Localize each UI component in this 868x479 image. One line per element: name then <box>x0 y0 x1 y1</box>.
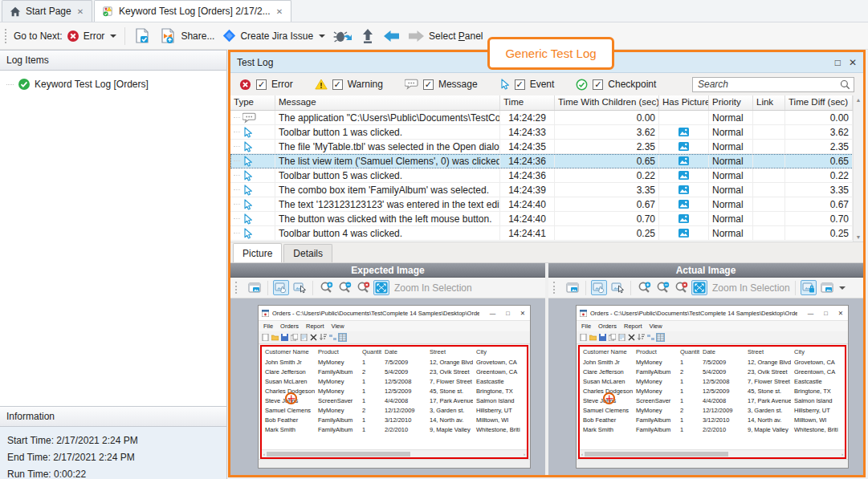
zoom-reset-button[interactable] <box>355 280 371 295</box>
synchronize-views-button[interactable] <box>801 280 817 295</box>
column-header-priority[interactable]: Priority <box>709 95 753 110</box>
run-time: Run Time: 0:00:22 <box>7 466 226 479</box>
pan-mode-button[interactable] <box>591 280 607 295</box>
tree-item-keyword-test-log[interactable]: Keyword Test Log [Orders] <box>0 76 226 92</box>
log-row[interactable]: Toolbar button 1 was clicked.14:24:333.6… <box>230 125 863 140</box>
time-diff-cell: 0.70 <box>785 212 853 225</box>
zoom-to-fit-button[interactable] <box>373 280 389 295</box>
orders-cell: 1 <box>677 397 699 404</box>
close-icon[interactable]: ✕ <box>76 7 84 16</box>
scroll-up-icon[interactable]: ▲ <box>856 97 862 103</box>
export-report-button[interactable] <box>129 25 155 47</box>
post-defect-button[interactable] <box>329 26 357 47</box>
tab-start-page[interactable]: Start Page ✕ <box>2 0 92 22</box>
time-diff-cell: 3.62 <box>785 125 853 139</box>
zoom-to-fit-button[interactable] <box>691 280 707 295</box>
scroll-down-icon[interactable]: ▼ <box>856 234 862 240</box>
column-header-has-picture[interactable]: Has Picture <box>659 95 709 110</box>
zoom-out-button[interactable] <box>654 280 670 295</box>
zoom-out-button[interactable] <box>336 280 352 295</box>
open-in-picture-viewer-button[interactable] <box>247 280 263 295</box>
orders-cell: 45, Stone st. <box>744 388 791 395</box>
picture-icon <box>679 214 689 223</box>
toolbar-grip[interactable] <box>235 282 239 294</box>
chevron-down-icon[interactable] <box>839 286 846 290</box>
link-cell <box>753 140 785 153</box>
orders-cell: Bringtone, TX <box>791 388 844 395</box>
back-button[interactable] <box>379 27 404 45</box>
image-compare-area: Expected ImageZoom In SelectionOrders - … <box>230 263 863 475</box>
orders-row: Mark SmithFamilyAlbum12/2/20109, Maple V… <box>262 424 527 434</box>
log-row[interactable]: The combo box item 'FamilyAlbum' was sel… <box>230 183 863 197</box>
orders-cell: FamilyAlbum <box>633 416 677 424</box>
log-type-cell <box>230 226 275 240</box>
go-to-parent-button[interactable] <box>357 26 379 47</box>
select-mode-button[interactable] <box>291 280 308 295</box>
filter-label: Error <box>271 79 293 90</box>
toolbar-grip[interactable] <box>553 282 557 294</box>
go-to-next-error-dropdown[interactable]: Error <box>63 27 121 45</box>
time-with-children-cell: 0.67 <box>555 197 659 211</box>
log-time-cell: 14:24:40 <box>500 212 555 225</box>
log-message-cell: Toolbar button 4 was clicked. <box>275 226 500 240</box>
filter-event-checkbox[interactable]: ✓ <box>515 79 525 90</box>
orders-cell: 23, Ovik Street <box>426 368 473 375</box>
search-icon[interactable] <box>840 79 850 90</box>
share-button[interactable]: Share... <box>155 25 218 47</box>
filter-event: ✓Event <box>499 79 555 90</box>
view-tab-picture[interactable]: Picture <box>233 243 282 262</box>
column-header-type[interactable]: Type <box>230 95 275 110</box>
log-row[interactable]: Toolbar button 4 was clicked.14:24:410.2… <box>230 226 863 241</box>
grid-vertical-scrollbar[interactable]: ▲ ▼ <box>853 95 863 242</box>
filter-warning-checkbox[interactable]: ✓ <box>332 79 343 90</box>
toolbar-grip[interactable] <box>5 29 9 43</box>
column-header-time-diff-sec-[interactable]: Time Diff (sec) <box>785 95 853 110</box>
log-row[interactable]: The file 'MyTable.tbl' was selected in t… <box>230 140 863 154</box>
tab-keyword-test-log[interactable]: Keyword Test Log [Orders] 2/17/2... ✕ <box>94 0 291 22</box>
column-header-link[interactable]: Link <box>753 95 785 110</box>
orders-toolbar <box>577 331 848 344</box>
log-items-tree: Keyword Test Log [Orders] <box>0 71 226 406</box>
column-header-message[interactable]: Message <box>275 95 500 110</box>
close-icon[interactable]: ✕ <box>275 7 283 16</box>
pan-mode-button[interactable] <box>273 280 289 295</box>
search-input[interactable] <box>698 79 840 90</box>
image-viewport[interactable]: Orders - C:\Users\Public\Documents\TestC… <box>230 298 545 475</box>
orders-cell: Clare Jefferson <box>262 368 315 375</box>
tree-item-label: Keyword Test Log [Orders] <box>35 79 149 90</box>
filter-checkpoint-checkbox[interactable]: ✓ <box>593 79 603 90</box>
log-row[interactable]: Toolbar button 5 was clicked.14:24:360.2… <box>230 168 863 183</box>
filter-message-checkbox[interactable]: ✓ <box>423 79 434 90</box>
zoom-in-button[interactable] <box>636 280 652 295</box>
orders-cell: Greentown, CA <box>473 368 526 375</box>
orders-column-header: Quantity <box>677 348 699 355</box>
view-options-button[interactable] <box>819 280 835 295</box>
jira-icon <box>222 29 236 43</box>
view-tab-details[interactable]: Details <box>283 244 332 262</box>
column-header-time-with-children-sec-[interactable]: Time With Children (sec) <box>555 95 659 110</box>
orders-menu-item: View <box>650 323 662 330</box>
open-in-picture-viewer-button[interactable] <box>564 280 581 295</box>
information-header: Information <box>0 406 226 427</box>
zoom-reset-button[interactable] <box>673 280 689 295</box>
log-row[interactable]: The application "C:\Users\Public\Documen… <box>230 111 863 125</box>
create-jira-issue-button[interactable]: Create Jira Issue <box>218 26 329 45</box>
filter-error-checkbox[interactable]: ✓ <box>256 79 267 90</box>
select-mode-button[interactable] <box>609 280 626 295</box>
log-row[interactable]: The list view item ('Samuel Clemens', 0)… <box>230 154 863 168</box>
orders-cell: Susan McLaren <box>262 378 315 385</box>
orders-horizontal-scrollbar: ‹› <box>580 449 845 457</box>
select-panel-label[interactable]: Select Panel <box>429 30 483 42</box>
orders-toolbar <box>259 331 530 344</box>
image-viewport[interactable]: Orders - C:\Users\Public\Documents\TestC… <box>548 298 863 475</box>
close-panel-icon[interactable]: ✕ <box>849 58 857 67</box>
priority-cell: Normal <box>709 168 753 182</box>
log-row[interactable]: The text '123123123123' was entered in t… <box>230 197 863 212</box>
zoom-in-button[interactable] <box>318 280 334 295</box>
forward-button[interactable] <box>404 27 429 45</box>
orders-menu-item: Report <box>306 323 324 330</box>
log-row[interactable]: The button was clicked with the left mou… <box>230 212 863 226</box>
orders-cell: 3/12/2010 <box>381 416 426 424</box>
column-header-time[interactable]: Time <box>500 95 555 110</box>
maximize-panel-icon[interactable]: □ <box>835 58 841 67</box>
